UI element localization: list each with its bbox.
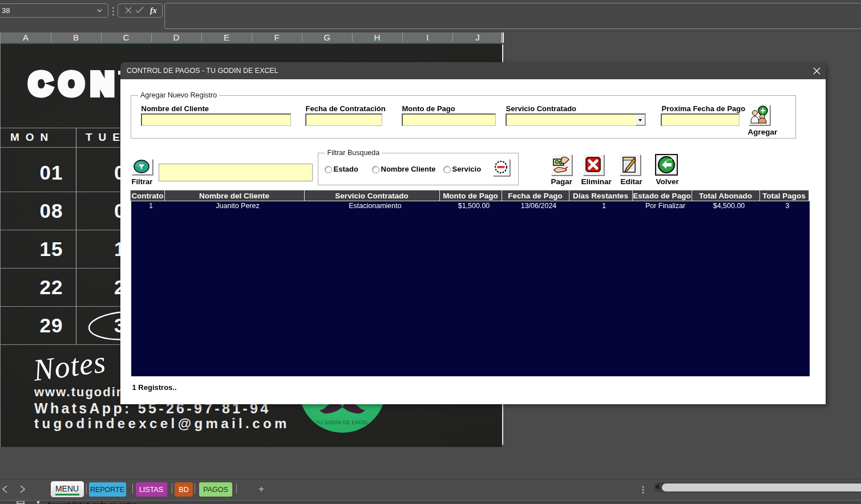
svg-text:fx: fx [150, 6, 157, 15]
svg-text:TU GODÍN DE EXCEL: TU GODÍN DE EXCEL [316, 420, 369, 425]
svg-text:Accesibilidad: todo en orden: Accesibilidad: todo en orden [47, 501, 137, 504]
